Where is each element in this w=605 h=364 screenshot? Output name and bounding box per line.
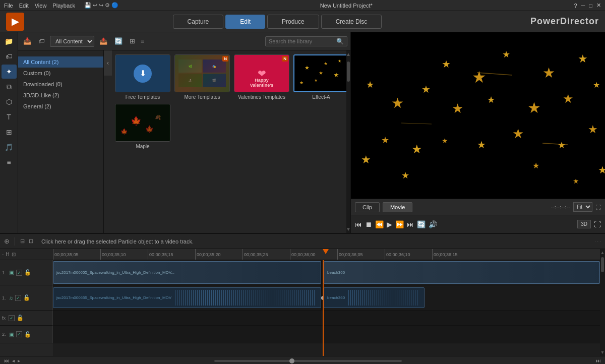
- clip-tab[interactable]: Clip: [355, 202, 380, 212]
- ruler-mark-0: 00;00;35;05: [53, 249, 100, 260]
- category-general[interactable]: General (2): [18, 101, 103, 112]
- timeline-home-btn[interactable]: ⏮: [4, 358, 9, 363]
- track-2-lock-icon[interactable]: 🔓: [24, 331, 31, 338]
- timeline-prev-btn[interactable]: ◂: [12, 358, 15, 363]
- template-thumb-valentine: N ❤ HappyValentine's: [234, 54, 289, 92]
- timeline-clip-btn[interactable]: ⊡: [29, 238, 33, 245]
- sidebar-icon-tag[interactable]: 🏷: [2, 49, 17, 64]
- timeline-hscroll-thumb[interactable]: [289, 358, 294, 363]
- close-btn[interactable]: ✕: [596, 2, 601, 9]
- template-item-maple[interactable]: 3D 🍁 🍁 🍁 🍂: [115, 104, 170, 149]
- timeline-next-btn[interactable]: ▸: [18, 358, 20, 363]
- category-all-content[interactable]: All Content (2): [18, 56, 103, 68]
- fx-track-lock-icon[interactable]: 🔓: [17, 315, 24, 321]
- menu-edit[interactable]: Edit: [19, 3, 29, 9]
- expand-icon[interactable]: ⛶: [595, 204, 601, 210]
- track-1-lock-icon[interactable]: 🔓: [24, 269, 31, 276]
- video-clip-beach[interactable]: beach360: [324, 261, 600, 284]
- search-box[interactable]: 🔍: [265, 36, 347, 46]
- svg-text:★: ★: [305, 65, 310, 71]
- template-item-free[interactable]: ⬇ Free Templates: [115, 54, 170, 100]
- sidebar-icon-import[interactable]: 📁: [2, 34, 17, 48]
- audio-track-1: jsc2017m000655_Spacewalking_in_Ultra_Hig…: [53, 285, 600, 311]
- tab-capture[interactable]: Capture: [173, 15, 224, 29]
- sidebar-icon-audio[interactable]: 🎵: [2, 140, 17, 154]
- category-downloaded[interactable]: Downloaded (0): [18, 79, 103, 90]
- tag-btn[interactable]: 🏷: [36, 36, 47, 46]
- video-clip-spacewalking[interactable]: jsc2017m000655_Spacewalking_in_Ultra_Hig…: [53, 261, 321, 284]
- track-1-audio-lock-icon[interactable]: 🔓: [23, 294, 30, 301]
- content-filter-dropdown[interactable]: All Content: [50, 36, 94, 47]
- zoom-in-btn[interactable]: H: [6, 252, 9, 257]
- sidebar-icon-title[interactable]: T: [2, 110, 17, 124]
- menu-view[interactable]: View: [35, 3, 47, 9]
- step-back-btn[interactable]: ⏪: [375, 220, 384, 228]
- 3d-mode-btn[interactable]: 3D: [577, 220, 591, 228]
- minimize-btn[interactable]: ─: [581, 3, 585, 9]
- play-btn[interactable]: ▶: [387, 220, 392, 228]
- nav-arrow-left[interactable]: ‹: [104, 50, 112, 76]
- fx-track-check[interactable]: ✓: [9, 315, 15, 321]
- audio-track-1-content[interactable]: jsc2017m000655_Spacewalking_in_Ultra_Hig…: [53, 285, 600, 310]
- timeline-vscrollbar[interactable]: ▲ ▼: [600, 249, 605, 356]
- zoom-out-btn[interactable]: -: [2, 252, 4, 257]
- sidebar-icon-fx[interactable]: ✦: [2, 65, 17, 79]
- stop-btn[interactable]: ⏹: [365, 220, 372, 228]
- timeline-more-btn[interactable]: · · ·: [594, 239, 601, 244]
- loop-btn[interactable]: 🔄: [417, 220, 426, 228]
- sidebar-icon-transition[interactable]: ⧉: [2, 80, 17, 94]
- sidebar-icon-subtitle[interactable]: ≡: [2, 155, 17, 169]
- template-item-valentine[interactable]: N ❤ HappyValentine's Valentines Template…: [234, 54, 289, 100]
- import-btn[interactable]: 📥: [21, 36, 33, 46]
- audio-clip-spacewalking[interactable]: jsc2017m000655_Spacewalking_in_Ultra_Hig…: [53, 287, 321, 308]
- category-3d[interactable]: 3D/3D-Like (2): [18, 90, 103, 101]
- template-grid-scrollbar[interactable]: ▲ ▼: [346, 50, 350, 233]
- ruler-mark-6: 00;00;36;05: [337, 249, 385, 260]
- svg-text:★: ★: [338, 59, 341, 64]
- timeline-snap-btn[interactable]: ⊟: [20, 238, 25, 245]
- timeline-hscroll[interactable]: [214, 360, 402, 362]
- tab-edit[interactable]: Edit: [225, 15, 265, 29]
- refresh-btn[interactable]: 🔄: [112, 36, 125, 46]
- timeline-end-btn[interactable]: ⏭: [596, 358, 601, 363]
- timeline-ruler: 00;00;35;05 00;00;35;10 00;00;35;15 00;0…: [53, 249, 600, 260]
- step-fwd-btn[interactable]: ⏩: [395, 220, 404, 228]
- audio-btn[interactable]: 🔊: [429, 220, 437, 228]
- sidebar-icon-overlay[interactable]: ⬡: [2, 95, 17, 109]
- scroll-down-btn[interactable]: ▼: [345, 225, 350, 233]
- list-view-btn[interactable]: ≡: [139, 36, 147, 46]
- fit-dropdown[interactable]: Fit: [573, 202, 592, 212]
- video-track-1-content[interactable]: jsc2017m000655_Spacewalking_in_Ultra_Hig…: [53, 260, 600, 285]
- grid-view-btn[interactable]: ⊞: [128, 36, 137, 46]
- sidebar-icon-pip[interactable]: ⊞: [2, 125, 17, 139]
- scroll-thumb[interactable]: [347, 62, 350, 82]
- tab-create-disc[interactable]: Create Disc: [321, 15, 382, 29]
- timeline-tool-btn[interactable]: ⊕: [4, 237, 10, 245]
- category-custom[interactable]: Custom (0): [18, 68, 103, 79]
- menu-file[interactable]: File: [4, 3, 13, 9]
- video-track-2-content[interactable]: [53, 326, 600, 343]
- template-grid: ⬇ Free Templates N: [104, 50, 346, 233]
- menu-playback[interactable]: Playback: [52, 3, 75, 9]
- export-btn[interactable]: 📤: [97, 36, 109, 46]
- timeline-scroll-down[interactable]: ▼: [599, 349, 605, 356]
- fx-track-content[interactable]: [53, 311, 600, 325]
- tab-produce[interactable]: Produce: [267, 15, 319, 29]
- next-frame-btn[interactable]: ⏭: [407, 220, 414, 228]
- maximize-btn[interactable]: □: [589, 3, 592, 9]
- template-item-effect-a[interactable]: 3D ★ ★ ★ ★ ★ ★: [293, 54, 346, 100]
- track-2-check[interactable]: ✓: [16, 331, 22, 337]
- timeline-message: Click here or drag the selected Particle…: [37, 238, 590, 245]
- fullscreen-btn[interactable]: ⛶: [594, 220, 601, 228]
- fit-timeline-btn[interactable]: ⊡: [12, 252, 16, 257]
- help-btn[interactable]: ?: [574, 3, 577, 9]
- timeline-scroll-up[interactable]: ▲: [599, 249, 605, 256]
- track-1-visible-check[interactable]: ✓: [16, 270, 22, 276]
- audio-clip-beach[interactable]: beach360: [324, 287, 425, 308]
- track-1-audio-check[interactable]: ✓: [15, 295, 21, 301]
- prev-frame-btn[interactable]: ⏮: [355, 220, 362, 228]
- template-item-more[interactable]: N 🌿 🎭: [174, 54, 230, 100]
- search-input[interactable]: [269, 38, 334, 44]
- timeline-scroll-thumb[interactable]: [601, 257, 604, 272]
- movie-tab[interactable]: Movie: [383, 202, 412, 212]
